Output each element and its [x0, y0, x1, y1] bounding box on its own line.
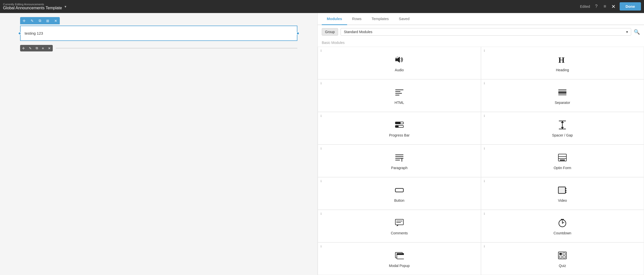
close-button[interactable]: ✕: [611, 4, 616, 10]
separator-icon: [558, 88, 567, 98]
block-content: testing 123: [25, 31, 293, 35]
module-optin-form[interactable]: ℹ Optin Form: [481, 145, 644, 177]
svg-rect-16: [396, 126, 399, 127]
spacer-gap-info-icon[interactable]: ℹ: [484, 114, 485, 118]
modal-popup-label: Modal Popup: [389, 264, 410, 268]
svg-text:H: H: [558, 55, 565, 64]
video-icon: [558, 186, 567, 196]
module-spacer-gap[interactable]: ℹ Spacer / Gap: [481, 112, 644, 145]
edit-icon[interactable]: ✎: [28, 17, 36, 24]
row-block: ✛ ✎ ⧉ ≡ ✕: [20, 43, 297, 53]
row-edit-icon[interactable]: ✎: [27, 45, 34, 51]
module-paragraph[interactable]: ℹ Paragraph: [318, 145, 481, 177]
columns-icon[interactable]: ⊞: [44, 17, 52, 24]
canvas-inner: ✛ ✎ ⧉ ⊞ ✕ testing 123 ✛ ✎ ⧉ ≡ ✕: [0, 13, 317, 275]
button-icon: [395, 186, 404, 196]
chevron-down-icon: ▾: [626, 30, 628, 34]
module-html[interactable]: ℹ HTML: [318, 79, 481, 112]
audio-info-icon[interactable]: ℹ: [320, 49, 322, 52]
module-video[interactable]: ℹ Video: [481, 177, 644, 210]
row-divider: [56, 48, 297, 48]
row-close-button[interactable]: ✕: [46, 45, 53, 51]
block-close-button[interactable]: ✕: [52, 17, 60, 24]
module-modal-popup[interactable]: ℹ Modal Popup: [318, 242, 481, 275]
tab-saved[interactable]: Saved: [394, 13, 415, 25]
button-label: Button: [394, 198, 404, 202]
svg-rect-14: [396, 122, 401, 124]
tab-modules[interactable]: Modules: [322, 13, 347, 25]
module-quiz[interactable]: ℹ Quiz: [481, 242, 644, 275]
module-separator[interactable]: ℹ Separator: [481, 79, 644, 112]
separator-info-icon[interactable]: ℹ: [484, 82, 485, 85]
group-label[interactable]: Group: [322, 28, 338, 36]
topbar-left: Currently Editing Announcements Global A…: [3, 3, 66, 10]
svg-rect-35: [395, 219, 403, 225]
video-label: Video: [558, 198, 567, 202]
optin-form-info-icon[interactable]: ℹ: [484, 147, 485, 150]
done-button[interactable]: Done: [620, 2, 641, 11]
comments-info-icon[interactable]: ℹ: [320, 212, 322, 216]
duplicate-icon[interactable]: ⧉: [36, 17, 44, 24]
panel-topbar: Group Standard Modules ▾ 🔍: [318, 25, 644, 39]
video-info-icon[interactable]: ℹ: [484, 179, 485, 183]
block-toolbar: ✛ ✎ ⧉ ⊞ ✕: [20, 17, 60, 24]
button-info-icon[interactable]: ℹ: [320, 179, 322, 183]
row-move-icon[interactable]: ✛: [20, 45, 27, 51]
panel-tabs: Modules Rows Templates Saved: [318, 13, 644, 25]
countdown-icon: [558, 218, 567, 229]
progress-bar-info-icon[interactable]: ℹ: [320, 114, 322, 118]
svg-rect-31: [565, 188, 566, 189]
optin-form-icon: [558, 153, 567, 163]
modal-popup-info-icon[interactable]: ℹ: [320, 245, 322, 248]
comments-label: Comments: [391, 231, 408, 235]
svg-line-3: [397, 57, 398, 57]
svg-rect-49: [559, 256, 562, 258]
html-info-icon[interactable]: ℹ: [320, 82, 322, 85]
module-heading[interactable]: ℹ H Heading: [481, 47, 644, 79]
modules-select[interactable]: Standard Modules ▾: [341, 28, 631, 36]
svg-rect-47: [559, 253, 562, 255]
svg-rect-48: [563, 253, 565, 255]
heading-info-icon[interactable]: ℹ: [484, 49, 485, 52]
search-button[interactable]: 🔍: [634, 29, 640, 35]
paragraph-label: Paragraph: [391, 166, 407, 170]
html-icon: [395, 88, 404, 98]
chevron-down-icon[interactable]: ▾: [65, 5, 66, 9]
quiz-info-icon[interactable]: ℹ: [484, 245, 485, 248]
countdown-label: Countdown: [554, 231, 571, 235]
module-comments[interactable]: ℹ Comments: [318, 210, 481, 242]
progress-bar-label: Progress Bar: [389, 133, 410, 137]
topbar-title: Global Announcements Template: [3, 6, 62, 10]
module-button[interactable]: ℹ Button: [318, 177, 481, 210]
canvas: ✛ ✎ ⧉ ⊞ ✕ testing 123 ✛ ✎ ⧉ ≡ ✕: [0, 13, 317, 275]
modules-select-label: Standard Modules: [344, 30, 372, 34]
countdown-info-icon[interactable]: ℹ: [484, 212, 485, 216]
row-duplicate-icon[interactable]: ⧉: [34, 45, 40, 51]
heading-label: Heading: [556, 68, 569, 72]
module-progress-bar[interactable]: ℹ Progress Bar: [318, 112, 481, 145]
tab-rows[interactable]: Rows: [347, 13, 367, 25]
audio-icon: [395, 55, 404, 65]
settings-icon[interactable]: ≡: [603, 3, 607, 10]
module-audio[interactable]: ℹ Audio: [318, 47, 481, 79]
module-countdown[interactable]: ℹ Countdown: [481, 210, 644, 242]
tab-templates[interactable]: Templates: [366, 13, 394, 25]
selected-block[interactable]: ✛ ✎ ⧉ ⊞ ✕ testing 123: [20, 26, 297, 41]
modal-popup-icon: [395, 251, 404, 261]
edited-label: Edited: [580, 5, 590, 9]
svg-rect-33: [565, 192, 566, 193]
svg-rect-0: [395, 58, 397, 61]
html-label: HTML: [395, 101, 404, 105]
spacer-gap-icon: [558, 120, 567, 131]
comments-icon: [395, 218, 404, 229]
basic-modules-label: Basic Modules: [318, 39, 644, 47]
svg-line-2: [397, 57, 397, 57]
move-icon[interactable]: ✛: [20, 17, 28, 24]
paragraph-info-icon[interactable]: ℹ: [320, 147, 322, 150]
paragraph-icon: [395, 153, 404, 163]
right-handle: [296, 32, 299, 35]
row-list-icon[interactable]: ≡: [40, 45, 46, 51]
svg-rect-34: [558, 187, 565, 193]
left-handle: [18, 32, 21, 35]
help-icon[interactable]: ?: [594, 3, 599, 10]
